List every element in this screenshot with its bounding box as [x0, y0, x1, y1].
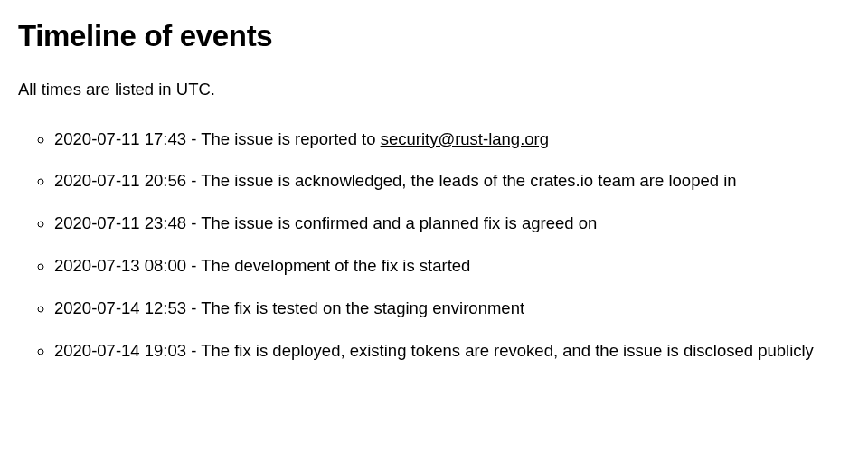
timeline-intro: All times are listed in UTC. [18, 78, 850, 102]
timeline-timestamp: 2020-07-11 20:56 [54, 171, 186, 190]
timeline-text: The issue is confirmed and a planned fix… [201, 213, 597, 232]
timeline-timestamp: 2020-07-14 19:03 [54, 341, 186, 360]
timeline-item: 2020-07-11 20:56 - The issue is acknowle… [54, 169, 850, 194]
timeline-item: 2020-07-13 08:00 - The development of th… [54, 254, 850, 279]
timeline-text: The fix is tested on the staging environ… [201, 298, 524, 317]
timeline-timestamp: 2020-07-11 17:43 [54, 129, 186, 148]
timeline-timestamp: 2020-07-14 12:53 [54, 298, 186, 317]
timeline-timestamp: 2020-07-11 23:48 [54, 213, 186, 232]
timeline-text: The fix is deployed, existing tokens are… [201, 341, 814, 360]
timeline-heading: Timeline of events [18, 14, 850, 58]
timeline-item: 2020-07-11 17:43 - The issue is reported… [54, 128, 850, 152]
timeline-separator: - [186, 129, 201, 148]
timeline-separator: - [186, 256, 201, 275]
timeline-separator: - [186, 213, 201, 232]
timeline-list: 2020-07-11 17:43 - The issue is reported… [18, 128, 850, 364]
timeline-item: 2020-07-14 12:53 - The fix is tested on … [54, 297, 850, 321]
timeline-timestamp: 2020-07-13 08:00 [54, 256, 186, 275]
timeline-text: The development of the fix is started [201, 256, 470, 275]
timeline-text: The issue is reported to [201, 129, 380, 148]
timeline-item: 2020-07-14 19:03 - The fix is deployed, … [54, 339, 850, 364]
timeline-separator: - [186, 298, 201, 317]
timeline-item: 2020-07-11 23:48 - The issue is confirme… [54, 212, 850, 236]
timeline-separator: - [186, 341, 201, 360]
timeline-separator: - [186, 171, 201, 190]
timeline-text: The issue is acknowledged, the leads of … [201, 171, 736, 190]
timeline-link[interactable]: security@rust-lang.org [381, 129, 549, 148]
